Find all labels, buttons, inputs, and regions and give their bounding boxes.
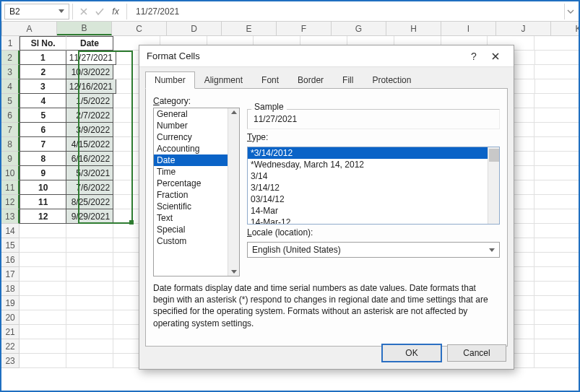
cell-A11[interactable]: 10 — [20, 180, 66, 195]
column-header-K[interactable]: K — [551, 22, 580, 35]
tab-font[interactable]: Font — [252, 71, 288, 89]
row-header-23[interactable]: 23 — [1, 354, 20, 368]
cell-L22[interactable] — [534, 339, 580, 354]
scrollbar[interactable] — [488, 147, 499, 224]
cell-L23[interactable] — [534, 354, 580, 368]
type-item[interactable]: *3/14/2012 — [248, 147, 488, 159]
cell-B14[interactable] — [66, 224, 113, 238]
enter-formula-icon[interactable] — [92, 4, 108, 19]
cell-A14[interactable] — [20, 224, 66, 238]
cell-B23[interactable] — [66, 354, 113, 368]
category-item-percentage[interactable]: Percentage — [154, 178, 239, 189]
row-header-5[interactable]: 5 — [1, 94, 20, 108]
dialog-titlebar[interactable]: Format Cells ? — [139, 45, 514, 67]
category-item-time[interactable]: Time — [154, 166, 239, 178]
cell-L21[interactable] — [534, 325, 580, 339]
cell-B19[interactable] — [66, 296, 113, 310]
column-header-H[interactable]: H — [386, 22, 441, 35]
cell-B15[interactable] — [66, 238, 113, 253]
cell-A20[interactable] — [20, 310, 66, 325]
row-header-6[interactable]: 6 — [1, 108, 20, 123]
cell-A6[interactable]: 5 — [20, 108, 66, 123]
cell-L19[interactable] — [534, 296, 580, 310]
row-header-22[interactable]: 22 — [1, 339, 20, 354]
tab-number[interactable]: Number — [145, 71, 195, 89]
cell-L4[interactable] — [535, 79, 580, 94]
cell-L6[interactable] — [534, 108, 580, 123]
close-button[interactable] — [485, 46, 506, 66]
cell-L14[interactable] — [534, 224, 580, 238]
type-item[interactable]: 14-Mar — [248, 205, 488, 217]
cell-A16[interactable] — [20, 253, 66, 267]
type-item[interactable]: 3/14/12 — [248, 182, 488, 193]
cell-B12[interactable]: 8/25/2022 — [66, 195, 113, 209]
cell-A18[interactable] — [20, 282, 66, 296]
cell-A13[interactable]: 12 — [20, 209, 66, 224]
category-item-general[interactable]: General — [154, 108, 239, 120]
cell-A4[interactable]: 3 — [20, 79, 66, 94]
cell-A1[interactable]: Sl No. — [20, 36, 66, 51]
row-header-16[interactable]: 16 — [1, 253, 20, 267]
category-item-scientific[interactable]: Scientific — [154, 201, 239, 212]
scroll-thumb[interactable] — [489, 149, 499, 162]
row-header-12[interactable]: 12 — [1, 195, 20, 209]
column-header-J[interactable]: J — [496, 22, 551, 35]
cell-L8[interactable] — [534, 137, 580, 152]
category-listbox[interactable]: GeneralNumberCurrencyAccountingDateTimeP… — [153, 108, 240, 276]
cell-A22[interactable] — [20, 339, 66, 354]
ok-button[interactable]: OK — [382, 344, 441, 362]
category-item-number[interactable]: Number — [154, 120, 239, 131]
cell-A10[interactable]: 9 — [20, 166, 66, 180]
cell-A21[interactable] — [20, 325, 66, 339]
cell-L5[interactable] — [534, 94, 580, 108]
row-header-7[interactable]: 7 — [1, 123, 20, 137]
cell-L2[interactable] — [535, 51, 580, 65]
row-header-18[interactable]: 18 — [1, 282, 20, 296]
category-item-special[interactable]: Special — [154, 224, 239, 235]
type-item[interactable]: 14-Mar-12 — [248, 217, 488, 224]
type-item[interactable]: 03/14/12 — [248, 193, 488, 205]
cell-B6[interactable]: 2/7/2022 — [66, 108, 113, 123]
cell-B5[interactable]: 1/5/2022 — [66, 94, 113, 108]
category-item-fraction[interactable]: Fraction — [154, 189, 239, 201]
cell-A12[interactable]: 11 — [20, 195, 66, 209]
cell-A19[interactable] — [20, 296, 66, 310]
column-header-E[interactable]: E — [222, 22, 277, 35]
cell-A2[interactable]: 1 — [20, 51, 66, 65]
column-header-F[interactable]: F — [277, 22, 332, 35]
type-item[interactable]: 3/14 — [248, 170, 488, 182]
cell-B4[interactable]: 12/16/2021 — [66, 79, 116, 94]
cell-B16[interactable] — [66, 253, 113, 267]
cell-L3[interactable] — [534, 65, 580, 79]
cell-L12[interactable] — [534, 195, 580, 209]
cell-A3[interactable]: 2 — [20, 65, 66, 79]
cell-B1[interactable]: Date — [66, 36, 113, 51]
cell-B10[interactable]: 5/3/2021 — [66, 166, 113, 180]
column-header-C[interactable]: C — [112, 22, 167, 35]
cancel-button[interactable]: Cancel — [447, 344, 506, 362]
type-listbox[interactable]: *3/14/2012*Wednesday, March 14, 20123/14… — [247, 147, 500, 225]
cell-L11[interactable] — [534, 180, 580, 195]
column-header-B[interactable]: B — [57, 22, 112, 35]
category-item-accounting[interactable]: Accounting — [154, 143, 239, 154]
tab-fill[interactable]: Fill — [333, 71, 363, 89]
row-header-11[interactable]: 11 — [1, 180, 20, 195]
cell-A7[interactable]: 6 — [20, 123, 66, 137]
cell-L17[interactable] — [534, 267, 580, 282]
cell-L15[interactable] — [534, 238, 580, 253]
cell-A15[interactable] — [20, 238, 66, 253]
cell-A9[interactable]: 8 — [20, 152, 66, 166]
cell-L10[interactable] — [534, 166, 580, 180]
column-header-G[interactable]: G — [332, 22, 386, 35]
row-header-2[interactable]: 2 — [1, 51, 20, 65]
expand-formula-bar-icon[interactable] — [564, 4, 576, 19]
row-header-20[interactable]: 20 — [1, 310, 20, 325]
tab-border[interactable]: Border — [288, 71, 333, 89]
tab-alignment[interactable]: Alignment — [195, 71, 252, 89]
cell-A5[interactable]: 4 — [20, 94, 66, 108]
cell-L1[interactable] — [534, 36, 580, 51]
cell-B7[interactable]: 3/9/2022 — [66, 123, 113, 137]
category-item-text[interactable]: Text — [154, 212, 239, 224]
cell-A8[interactable]: 7 — [20, 137, 66, 152]
row-header-21[interactable]: 21 — [1, 325, 20, 339]
